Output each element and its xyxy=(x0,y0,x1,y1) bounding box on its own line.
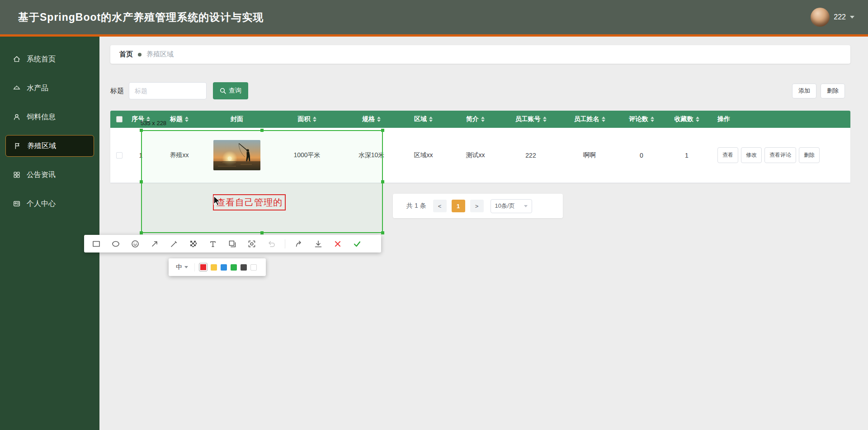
select-all-checkbox[interactable] xyxy=(116,116,123,122)
sort-icon[interactable] xyxy=(602,117,605,122)
sidebar-item-label: 系统首页 xyxy=(27,55,56,64)
undo-tool-icon[interactable] xyxy=(265,238,277,250)
mosaic-tool-icon[interactable] xyxy=(188,238,199,250)
color-swatch-red[interactable] xyxy=(199,263,207,271)
screenshot-selection[interactable] xyxy=(141,130,383,233)
annotation-toolbar xyxy=(84,235,381,252)
resize-handle[interactable] xyxy=(140,180,143,183)
sort-icon[interactable] xyxy=(543,117,547,122)
cell-operations: 查看 修改 查看评论 删除 xyxy=(709,147,850,163)
sort-icon[interactable] xyxy=(429,117,433,122)
resize-handle[interactable] xyxy=(260,231,264,234)
color-swatch-dark[interactable] xyxy=(241,264,247,271)
mouse-cursor xyxy=(213,196,223,206)
sort-icon[interactable] xyxy=(481,117,485,122)
pagination-total: 共 1 条 xyxy=(406,202,426,210)
col-intro[interactable]: 简介 xyxy=(449,115,501,123)
color-swatch-green[interactable] xyxy=(231,264,237,271)
sidebar-item-personal-center[interactable]: 个人中心 xyxy=(5,193,94,215)
emoji-tool-icon[interactable] xyxy=(129,238,141,250)
query-button[interactable]: 查询 xyxy=(213,82,248,99)
cell-intro: 测试xx xyxy=(449,151,501,159)
col-staff-account[interactable]: 员工账号 xyxy=(501,115,560,123)
search-input[interactable] xyxy=(129,82,207,99)
annotation-text-box[interactable]: 查看自己管理的 xyxy=(213,194,286,210)
table-header-row: 序号 标题 封面 面积 规格 区域 简介 员工账号 员工姓名 评论数 收藏数 操… xyxy=(110,111,850,128)
ocr-tool-icon[interactable] xyxy=(246,238,258,250)
cancel-tool-icon[interactable] xyxy=(332,238,344,250)
page-size-select[interactable]: 10条/页 xyxy=(491,199,532,213)
breadcrumb: 首页 养殖区域 xyxy=(110,45,850,64)
text-tool-icon[interactable] xyxy=(207,238,219,250)
col-spec[interactable]: 规格 xyxy=(345,115,397,123)
resize-handle[interactable] xyxy=(140,231,143,234)
confirm-tool-icon[interactable] xyxy=(351,238,363,250)
sidebar-item-label: 公告资讯 xyxy=(27,170,56,180)
sidebar-item-feed-info[interactable]: 饲料信息 xyxy=(5,106,94,128)
breadcrumb-home[interactable]: 首页 xyxy=(119,50,133,59)
resize-handle[interactable] xyxy=(381,129,384,132)
rect-tool-icon[interactable] xyxy=(90,238,102,250)
pagination: 共 1 条 < 1 > 10条/页 xyxy=(393,194,563,218)
avatar[interactable] xyxy=(811,8,830,27)
color-swatch-yellow[interactable] xyxy=(211,264,217,271)
modify-button[interactable]: 修改 xyxy=(741,147,762,163)
user-menu[interactable]: 222 xyxy=(811,8,854,27)
add-button[interactable]: 添加 xyxy=(792,84,816,98)
cell-favorites: 1 xyxy=(664,152,709,159)
col-staff-name[interactable]: 员工姓名 xyxy=(560,115,619,123)
resize-handle[interactable] xyxy=(260,129,264,132)
share-tool-icon[interactable] xyxy=(293,238,305,250)
feed-icon xyxy=(13,113,21,121)
sort-icon[interactable] xyxy=(377,117,381,122)
row-checkbox[interactable] xyxy=(116,152,123,159)
col-operations: 操作 xyxy=(709,115,850,123)
sort-icon[interactable] xyxy=(696,117,699,122)
color-swatch-white[interactable] xyxy=(250,264,257,271)
prev-page-button[interactable]: < xyxy=(433,200,447,212)
delete-button[interactable]: 删除 xyxy=(821,84,845,98)
stroke-size-select[interactable]: 中 xyxy=(174,262,190,273)
sidebar-item-aquatic-products[interactable]: 水产品 xyxy=(5,77,94,99)
resize-handle[interactable] xyxy=(140,129,143,132)
select-all-cell xyxy=(110,116,128,122)
copy-tool-icon[interactable] xyxy=(226,238,238,250)
col-region[interactable]: 区域 xyxy=(397,115,449,123)
pen-tool-icon[interactable] xyxy=(168,238,180,250)
page-title: 基于SpringBoot的水产养殖管理系统的设计与实现 xyxy=(18,10,264,24)
chevron-down-icon xyxy=(524,205,528,207)
sidebar-item-label: 水产品 xyxy=(27,84,48,93)
col-area[interactable]: 面积 xyxy=(269,115,345,123)
page-1-button[interactable]: 1 xyxy=(452,200,465,212)
download-tool-icon[interactable] xyxy=(312,238,324,250)
app-header: 基于SpringBoot的水产养殖管理系统的设计与实现 222 xyxy=(0,0,868,34)
toolbar-separator xyxy=(285,239,285,248)
col-comments[interactable]: 评论数 xyxy=(619,115,664,123)
view-button[interactable]: 查看 xyxy=(717,147,738,163)
next-page-button[interactable]: > xyxy=(470,200,484,212)
breadcrumb-dot xyxy=(138,53,142,56)
sidebar-item-announcements[interactable]: 公告资讯 xyxy=(5,164,94,186)
delete-row-button[interactable]: 删除 xyxy=(799,147,820,163)
col-cover: 封面 xyxy=(205,115,269,123)
sidebar-item-label: 个人中心 xyxy=(27,199,56,209)
sidebar-item-breeding-area[interactable]: 养殖区域 xyxy=(5,135,94,157)
product-icon xyxy=(13,84,21,92)
area-icon xyxy=(13,142,21,150)
resize-handle[interactable] xyxy=(381,180,384,183)
annotation-options-bar: 中 xyxy=(169,258,266,276)
resize-handle[interactable] xyxy=(381,231,384,234)
color-swatch-blue[interactable] xyxy=(221,264,227,271)
ellipse-tool-icon[interactable] xyxy=(110,238,122,250)
cell-staff-name: 啊啊 xyxy=(560,151,619,159)
sort-icon[interactable] xyxy=(313,117,316,122)
search-icon xyxy=(220,88,226,94)
search-bar: 标题 查询 添加 删除 xyxy=(110,82,850,99)
sidebar-item-home[interactable]: 系统首页 xyxy=(5,48,94,70)
sort-icon[interactable] xyxy=(651,117,654,122)
sidebar-item-label: 养殖区域 xyxy=(27,141,56,151)
col-favorites[interactable]: 收藏数 xyxy=(664,115,709,123)
arrow-tool-icon[interactable] xyxy=(149,238,160,250)
view-comments-button[interactable]: 查看评论 xyxy=(764,147,796,163)
sort-icon[interactable] xyxy=(185,117,189,122)
